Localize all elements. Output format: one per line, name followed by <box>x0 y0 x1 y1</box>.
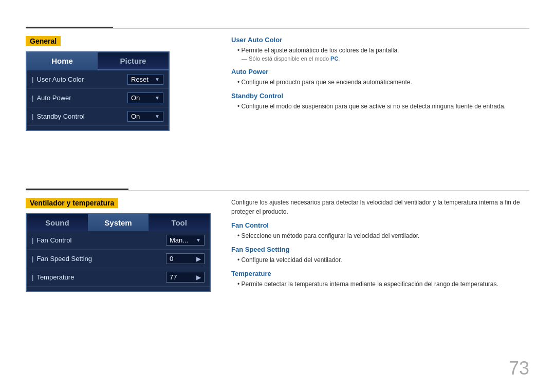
auto-power-bullet: • <box>237 79 242 86</box>
temperature-label: Temperature <box>32 273 166 281</box>
fan-speed-value: 0 <box>170 255 194 263</box>
fan-speed-control[interactable]: 0 ▶ <box>166 253 205 264</box>
fan-speed-label: Fan Speed Setting <box>32 255 166 263</box>
fan-control-bullet: • <box>237 232 242 239</box>
menu-item-standby-control: Standby Control On ▼ <box>27 107 169 126</box>
fan-speed-bullet: • <box>237 256 242 264</box>
ventilador-section: Ventilador y temperatura Sound System To… <box>26 198 242 292</box>
general-section: General Home Picture User Auto Color Res… <box>26 36 242 131</box>
fan-speed-text: • Configure la velocidad del ventilador. <box>237 255 529 265</box>
general-menu-tabs: Home Picture <box>27 52 169 70</box>
menu-item-fan-control: Fan Control Man... ▼ <box>27 231 210 250</box>
auto-power-value: On <box>131 94 153 102</box>
auto-power-arrow-icon: ▼ <box>155 95 160 101</box>
menu-item-temperature: Temperature 77 ▶ <box>27 268 210 287</box>
user-auto-color-bullet: • <box>237 47 242 54</box>
page-number: 73 <box>509 358 529 379</box>
standby-control-bullet: • <box>237 103 242 110</box>
menu-item-user-auto-color: User Auto Color Reset ▼ <box>27 70 169 89</box>
ventilador-top-text: Configure los ajustes necesarios para de… <box>231 198 529 216</box>
fan-control-arrow-icon: ▼ <box>196 237 201 243</box>
auto-power-heading: Auto Power <box>231 68 529 76</box>
standby-control-control[interactable]: On ▼ <box>127 111 163 122</box>
standby-control-label: Standby Control <box>32 113 127 120</box>
ventilador-menu-box: Sound System Tool Fan Control Man... ▼ F… <box>26 213 211 292</box>
temperature-text: • Permite detectar la temperatura intern… <box>237 279 529 289</box>
tab-picture[interactable]: Picture <box>98 52 169 70</box>
temperature-bullet: • <box>237 281 242 288</box>
fan-control-label: Fan Control <box>32 236 166 244</box>
user-auto-color-heading: User Auto Color <box>231 36 529 44</box>
general-menu-box: Home Picture User Auto Color Reset ▼ Aut… <box>26 51 170 131</box>
temperature-control[interactable]: 77 ▶ <box>166 272 205 283</box>
temperature-arrow-right-icon: ▶ <box>196 274 201 281</box>
auto-power-text: • Configure el producto para que se enci… <box>237 78 529 87</box>
standby-control-arrow-icon: ▼ <box>155 114 160 119</box>
temperature-heading: Temperature <box>231 270 529 277</box>
auto-power-control[interactable]: On ▼ <box>127 92 163 103</box>
fan-control-heading: Fan Control <box>231 221 529 229</box>
user-auto-color-control[interactable]: Reset ▼ <box>127 74 163 85</box>
general-info-panel: User Auto Color • Permite el ajuste auto… <box>231 36 529 111</box>
auto-power-label: Auto Power <box>32 94 127 102</box>
standby-control-text: • Configure el modo de suspensión para q… <box>237 102 529 111</box>
fan-control-text: • Seleccione un método para configurar l… <box>237 231 529 240</box>
fan-control-value: Man... <box>170 236 194 244</box>
general-section-title: General <box>26 36 61 46</box>
top-divider-line <box>26 28 529 29</box>
menu-item-auto-power: Auto Power On ▼ <box>27 89 169 107</box>
tab-system[interactable]: System <box>88 214 149 231</box>
tab-home[interactable]: Home <box>27 52 98 70</box>
user-auto-color-text: • Permite el ajuste automático de los co… <box>237 46 529 55</box>
fan-speed-heading: Fan Speed Setting <box>231 246 529 253</box>
pc-link: PC <box>330 55 338 62</box>
fan-speed-arrow-right-icon: ▶ <box>196 255 201 263</box>
tab-tool[interactable]: Tool <box>149 214 210 231</box>
standby-control-heading: Standby Control <box>231 92 529 100</box>
tab-sound[interactable]: Sound <box>27 214 88 231</box>
menu-item-fan-speed: Fan Speed Setting 0 ▶ <box>27 250 210 268</box>
standby-control-value: On <box>131 113 153 120</box>
user-auto-color-value: Reset <box>131 76 153 83</box>
fan-control-control[interactable]: Man... ▼ <box>166 235 205 246</box>
ventilador-info-panel: Configure los ajustes necesarios para de… <box>231 198 529 289</box>
temperature-value: 77 <box>170 273 194 281</box>
ventilador-section-title: Ventilador y temperatura <box>26 198 118 208</box>
user-auto-color-label: User Auto Color <box>32 76 127 83</box>
ventilador-menu-tabs: Sound System Tool <box>27 214 210 231</box>
user-auto-color-note: ― Sólo está disponible en el modo PC. <box>242 55 529 63</box>
mid-divider-line <box>26 190 529 191</box>
user-auto-color-arrow-icon: ▼ <box>155 77 160 82</box>
